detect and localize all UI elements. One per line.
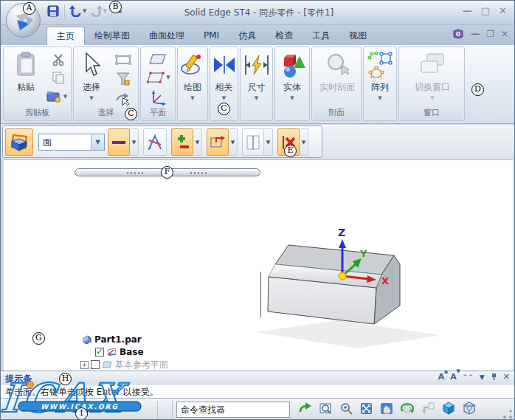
minimize-button[interactable]: — bbox=[463, 5, 472, 16]
sketch-view-button[interactable] bbox=[143, 128, 167, 156]
prompt-message: 单击面。右键单击或按 Enter 以接受。 bbox=[5, 386, 159, 399]
plane-icon bbox=[149, 53, 167, 65]
selection-type-combo[interactable]: 面 ▼ bbox=[38, 134, 105, 151]
annotation-d: D bbox=[471, 83, 484, 96]
model-canvas[interactable]: Part1.par Base + 基本参考平面 − bbox=[4, 159, 513, 371]
axis-z-label: Z bbox=[338, 227, 345, 238]
annotation-c2: C bbox=[218, 103, 230, 115]
paste-button[interactable]: 粘贴 bbox=[7, 49, 45, 94]
tab-view[interactable]: 视图 bbox=[339, 27, 376, 45]
extent-type-dropdown[interactable]: ▼ bbox=[229, 128, 238, 156]
tree-item-part[interactable]: Part1.par bbox=[82, 334, 142, 345]
tab-simulation[interactable]: 仿真 bbox=[229, 27, 266, 45]
tree-item-base[interactable]: Base bbox=[95, 346, 144, 358]
edge-style-button[interactable] bbox=[108, 128, 130, 156]
coordinate-system-button[interactable] bbox=[147, 89, 169, 108]
clipboard-group: 粘贴 ▼ bbox=[3, 47, 72, 121]
live-section-icon bbox=[315, 49, 359, 81]
select-arrow-icon bbox=[75, 49, 108, 81]
tree-item-ref-planes[interactable]: + 基本参考平面 bbox=[80, 359, 168, 371]
pin-icon[interactable] bbox=[491, 373, 497, 381]
annotation-i: I bbox=[75, 407, 88, 420]
expand-icon[interactable]: + bbox=[80, 361, 89, 369]
plane-more-button[interactable]: ▼ bbox=[144, 69, 173, 86]
symmetry-button[interactable] bbox=[242, 128, 264, 156]
copy-button[interactable] bbox=[49, 69, 67, 86]
select-box-icon bbox=[115, 55, 131, 65]
select-button[interactable]: 选择 ▼ bbox=[75, 49, 108, 108]
return-arrow-icon[interactable] bbox=[299, 402, 312, 414]
help-button[interactable] bbox=[452, 29, 464, 39]
pan-icon[interactable] bbox=[380, 402, 393, 415]
solids-group: 实体 ▼ bbox=[274, 47, 310, 121]
app-window: ▼ ▼ ▬ Solid Edge ST4 - 同步零件 - [零件1] — ▢ … bbox=[0, 0, 515, 420]
command-finder-input[interactable]: 命令查找器 bbox=[176, 402, 290, 418]
close-panel-icon[interactable]: ✕ bbox=[503, 372, 510, 382]
copy-icon bbox=[52, 71, 65, 84]
move-select-button[interactable] bbox=[112, 90, 134, 108]
selection-filter-button[interactable] bbox=[112, 70, 134, 88]
panel-menu-icon[interactable]: ▼ bbox=[480, 373, 485, 381]
combo-dropdown-icon[interactable]: ▼ bbox=[91, 134, 104, 150]
undo-button[interactable]: ▼ bbox=[69, 5, 86, 17]
add-remove-dropdown[interactable]: ▼ bbox=[193, 128, 202, 156]
maximize-button[interactable]: ▢ bbox=[481, 5, 490, 16]
switch-window-button[interactable]: 切换窗口 ▼ bbox=[407, 49, 458, 108]
solids-button[interactable]: 实体 ▼ bbox=[276, 49, 308, 120]
deselect-dropdown[interactable]: ▼ bbox=[300, 128, 308, 156]
window-title: Solid Edge ST4 - 同步零件 - [零件1] bbox=[148, 7, 370, 19]
tab-surfacing[interactable]: 曲面处理 bbox=[139, 27, 194, 45]
view-styles-icon[interactable] bbox=[463, 402, 476, 415]
cut-button[interactable] bbox=[49, 52, 67, 68]
dimension-button[interactable]: 尺寸 ▼ bbox=[241, 49, 272, 120]
doc-minimize-button[interactable]: — bbox=[471, 29, 480, 39]
base-checkbox[interactable] bbox=[95, 348, 104, 357]
font-decrease-button[interactable]: A▼ bbox=[450, 372, 457, 382]
rotate-icon[interactable] bbox=[401, 402, 414, 415]
select-box-button[interactable] bbox=[112, 52, 134, 68]
draw-button[interactable]: 绘图 ▼ bbox=[179, 49, 207, 120]
dimension-icon bbox=[241, 49, 272, 81]
annotation-b: B bbox=[109, 1, 122, 13]
live-section-button[interactable]: 实时剖面 bbox=[315, 49, 359, 108]
window-group-label: 窗口 bbox=[400, 107, 463, 120]
extent-type-button[interactable] bbox=[207, 128, 229, 156]
shaded-view-icon[interactable] bbox=[442, 402, 455, 415]
selection-mode-button[interactable] bbox=[5, 128, 33, 156]
tab-home[interactable]: 主页 bbox=[46, 27, 85, 45]
dimension-group: 尺寸 ▼ bbox=[240, 47, 273, 121]
annotation-e: E bbox=[284, 145, 297, 157]
font-increase-button[interactable]: A▲ bbox=[438, 372, 445, 382]
tab-pmi[interactable]: PMI bbox=[194, 27, 229, 45]
zoom-area-icon[interactable] bbox=[319, 402, 333, 415]
save-button[interactable] bbox=[46, 4, 60, 18]
clipboard-group-label: 剪贴板 bbox=[4, 107, 70, 120]
coincident-plane-button[interactable] bbox=[147, 51, 169, 67]
symmetry-dropdown[interactable]: ▼ bbox=[264, 128, 273, 156]
collapse-panel-icon[interactable]: ⌃⌃ bbox=[463, 373, 474, 381]
resize-grip[interactable] bbox=[502, 409, 513, 419]
prompt-bar-header: 提示条 A▲ A▼ ⌃⌃ ▼ ✕ bbox=[1, 371, 514, 384]
tab-sketch[interactable]: 绘制草图 bbox=[85, 27, 139, 45]
annotation-c1: C bbox=[125, 108, 137, 120]
pattern-button[interactable]: 阵列 ▼ bbox=[364, 49, 395, 120]
add-remove-button[interactable] bbox=[171, 128, 193, 156]
zoom-icon[interactable] bbox=[340, 402, 353, 415]
ref-planes-checkbox[interactable] bbox=[91, 360, 100, 369]
close-button[interactable]: ✕ bbox=[499, 5, 507, 16]
part-icon bbox=[82, 334, 92, 345]
tab-inspect[interactable]: 检查 bbox=[266, 27, 303, 45]
edge-style-dropdown[interactable]: ▼ bbox=[130, 128, 139, 156]
command-bar: 面 ▼ ▼ ▼ bbox=[1, 125, 514, 159]
previous-view-icon[interactable] bbox=[421, 402, 435, 415]
doc-restore-button[interactable]: ❐ bbox=[486, 29, 494, 39]
part-library-button[interactable]: ▼ bbox=[44, 88, 70, 106]
cut-icon bbox=[52, 53, 65, 66]
add-remove-icon bbox=[175, 134, 190, 151]
fit-icon[interactable] bbox=[360, 402, 373, 415]
redo-button[interactable]: ▼ bbox=[89, 5, 106, 17]
model-viewport[interactable]: Z Y X bbox=[255, 216, 449, 367]
edge-style-icon bbox=[111, 139, 126, 146]
doc-close-button[interactable]: ✕ bbox=[501, 29, 508, 39]
tab-tools[interactable]: 工具 bbox=[303, 27, 339, 45]
